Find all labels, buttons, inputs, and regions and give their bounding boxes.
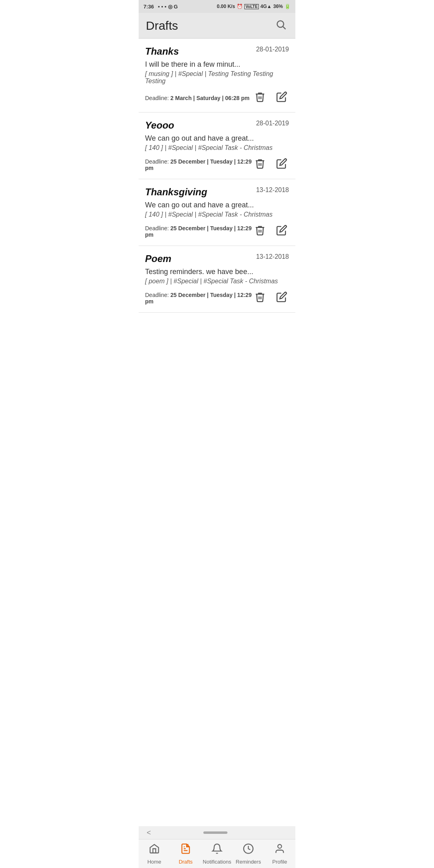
gesture-bar: < (139, 826, 295, 839)
drafts-icon (180, 843, 191, 857)
draft-footer: Deadline: 25 December | Tuesday | 12:29 … (145, 223, 289, 240)
delete-button[interactable] (253, 290, 267, 307)
draft-preview: We can go out and have a great... (145, 201, 289, 209)
draft-actions (253, 223, 289, 240)
draft-date: 13-12-2018 (256, 253, 289, 260)
draft-item-header: Yeooo 28-01-2019 (145, 120, 289, 131)
svg-point-6 (278, 844, 281, 848)
page-title: Drafts (146, 19, 178, 33)
edit-button[interactable] (274, 223, 289, 240)
draft-preview: Testing reminders. we have bee... (145, 268, 289, 276)
draft-item: Yeooo 28-01-2019 We can go out and have … (139, 113, 295, 179)
draft-date: 28-01-2019 (256, 120, 289, 127)
profile-icon (274, 843, 285, 857)
reminders-icon (243, 843, 254, 857)
draft-title: Yeooo (145, 120, 174, 131)
draft-actions (253, 90, 289, 106)
draft-deadline: Deadline: 25 December | Tuesday | 12:29 … (145, 158, 253, 171)
home-icon (149, 843, 160, 857)
search-button[interactable] (274, 17, 288, 34)
draft-tags: [ musing ] | #Special | Testing Testing … (145, 70, 289, 85)
draft-item: Poem 13-12-2018 Testing reminders. we ha… (139, 246, 295, 313)
draft-item-header: Thanks 28-01-2019 (145, 46, 289, 57)
svg-line-1 (283, 27, 285, 29)
draft-actions (253, 156, 289, 173)
delete-button[interactable] (253, 223, 267, 240)
status-right: 0.00 K/s ⏰ VoLTE 4G▲ 36% 🔋 (217, 4, 291, 9)
draft-deadline: Deadline: 25 December | Tuesday | 12:29 … (145, 225, 253, 238)
draft-date: 13-12-2018 (256, 186, 289, 194)
draft-footer: Deadline: 2 March | Saturday | 06:28 pm (145, 90, 289, 106)
delete-button[interactable] (253, 156, 267, 173)
notifications-label: Notifications (203, 859, 231, 865)
back-chevron[interactable]: < (147, 829, 151, 837)
draft-list: Thanks 28-01-2019 I will be there in a f… (139, 39, 295, 313)
header: Drafts (139, 13, 295, 39)
draft-footer: Deadline: 25 December | Tuesday | 12:29 … (145, 156, 289, 173)
sidebar-item-drafts[interactable]: Drafts (170, 840, 201, 868)
draft-title: Thanks (145, 46, 179, 57)
status-time: 7:36 ▪ ▪ ▪ ◎ G (143, 4, 178, 10)
svg-point-0 (277, 20, 284, 27)
home-label: Home (147, 859, 162, 865)
sidebar-item-reminders[interactable]: Reminders (233, 840, 264, 868)
draft-deadline: Deadline: 2 March | Saturday | 06:28 pm (145, 95, 250, 101)
reminders-label: Reminders (236, 859, 261, 865)
sidebar-item-profile[interactable]: Profile (264, 840, 295, 868)
draft-title: Poem (145, 253, 171, 264)
sidebar-item-home[interactable]: Home (139, 840, 170, 868)
sidebar-item-notifications[interactable]: Notifications (201, 840, 233, 868)
draft-preview: We can go out and have a great... (145, 134, 289, 143)
draft-preview: I will be there in a few minut... (145, 60, 289, 69)
draft-tags: [ 140 ] | #Special | #Special Task - Chr… (145, 144, 289, 151)
profile-label: Profile (272, 859, 287, 865)
draft-item: Thanksgiving 13-12-2018 We can go out an… (139, 179, 295, 246)
edit-button[interactable] (274, 290, 289, 307)
draft-item-header: Poem 13-12-2018 (145, 253, 289, 264)
draft-date: 28-01-2019 (256, 46, 289, 53)
bottom-nav: Home Drafts Notifications (139, 839, 295, 868)
drafts-label: Drafts (179, 859, 193, 865)
notifications-icon (211, 843, 223, 857)
draft-deadline: Deadline: 25 December | Tuesday | 12:29 … (145, 292, 253, 305)
draft-item-header: Thanksgiving 13-12-2018 (145, 186, 289, 198)
draft-tags: [ 140 ] | #Special | #Special Task - Chr… (145, 211, 289, 218)
draft-title: Thanksgiving (145, 186, 207, 198)
draft-footer: Deadline: 25 December | Tuesday | 12:29 … (145, 290, 289, 307)
draft-tags: [ poem ] | #Special | #Special Task - Ch… (145, 278, 289, 285)
gesture-pill (203, 831, 227, 834)
draft-item: Thanks 28-01-2019 I will be there in a f… (139, 39, 295, 113)
delete-button[interactable] (253, 90, 267, 106)
draft-actions (253, 290, 289, 307)
edit-button[interactable] (274, 156, 289, 173)
edit-button[interactable] (274, 90, 289, 106)
status-bar: 7:36 ▪ ▪ ▪ ◎ G 0.00 K/s ⏰ VoLTE 4G▲ 36% … (139, 0, 295, 13)
